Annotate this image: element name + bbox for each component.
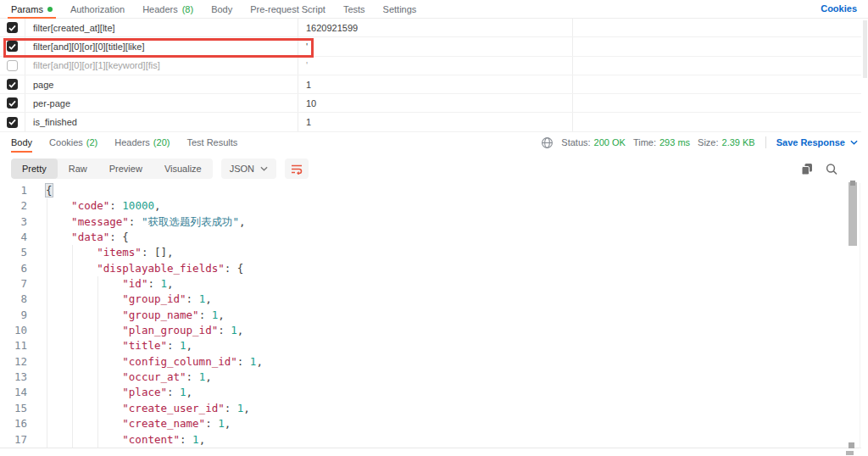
code-line: 6 "displayable_fields": { xyxy=(0,261,861,276)
code-line: 12 "config_column_id": 1, xyxy=(0,354,861,370)
code-text: "group_id": 1, xyxy=(39,292,212,307)
code-text: "group_name": 1, xyxy=(39,308,225,323)
param-row[interactable]: filter[and][0][or][1][keyword][fis] ' xyxy=(0,57,861,75)
param-value[interactable]: ' xyxy=(298,37,573,55)
view-preview-button[interactable]: Preview xyxy=(98,158,153,179)
param-value[interactable]: 10 xyxy=(298,94,573,112)
param-description[interactable] xyxy=(573,37,861,55)
code-line: 13 "occur_at": 1, xyxy=(0,370,861,385)
param-description[interactable] xyxy=(573,57,861,75)
params-table: filter[created_at][lte] 1620921599 filte… xyxy=(0,19,861,132)
wrap-text-button[interactable] xyxy=(285,158,309,179)
response-tab-headers[interactable]: Headers (20) xyxy=(114,133,170,152)
tab-authorization[interactable]: Authorization xyxy=(70,0,125,19)
param-description[interactable] xyxy=(573,75,861,93)
code-line: 4 "data": { xyxy=(0,230,861,245)
param-row[interactable]: filter[and][0][or][0][title][like] ' xyxy=(0,37,861,56)
param-checkbox[interactable] xyxy=(7,22,18,33)
response-tab-test-results[interactable]: Test Results xyxy=(186,133,237,152)
status-value: 200 OK xyxy=(594,137,626,147)
view-raw-button[interactable]: Raw xyxy=(58,158,98,179)
scrollbar-cap xyxy=(850,181,855,186)
response-header: Body Cookies (2) Headers (20) Test Resul… xyxy=(0,133,868,153)
checkmark-icon xyxy=(8,25,16,31)
code-line: 14 "place": 1, xyxy=(0,385,861,400)
cookies-link[interactable]: Cookies xyxy=(821,3,857,14)
tab-settings[interactable]: Settings xyxy=(383,0,417,19)
response-tab-cookies[interactable]: Cookies (2) xyxy=(49,133,97,152)
page-scrollbar xyxy=(863,20,867,78)
line-number: 7 xyxy=(0,276,39,292)
param-key[interactable]: filter[and][0][or][0][title][like] xyxy=(25,37,298,55)
code-text: "message": "获取选题列表成功", xyxy=(39,214,246,230)
code-text: "id": 1, xyxy=(39,276,174,292)
param-description[interactable] xyxy=(573,94,861,112)
response-action-icons xyxy=(801,163,837,175)
size-badge: Size: 2.39 KB xyxy=(698,137,755,147)
time-value: 293 ms xyxy=(659,137,690,147)
response-tab-bar: Body Cookies (2) Headers (20) Test Resul… xyxy=(11,133,237,153)
response-tab-count-badge: (20) xyxy=(153,137,170,147)
param-checkbox[interactable] xyxy=(7,97,18,108)
response-tab-count-badge: (2) xyxy=(86,137,97,147)
code-text: "create_name": 1, xyxy=(39,416,231,431)
param-description[interactable] xyxy=(573,19,861,36)
tab-count-badge: (8) xyxy=(182,4,193,14)
param-value[interactable]: 1 xyxy=(298,113,573,131)
tab-tests[interactable]: Tests xyxy=(343,0,365,19)
param-key[interactable]: page xyxy=(25,75,298,93)
search-icon[interactable] xyxy=(826,163,837,175)
param-row[interactable]: filter[created_at][lte] 1620921599 xyxy=(0,19,861,37)
checkmark-icon xyxy=(8,43,16,50)
tab-pre-request-script[interactable]: Pre-request Script xyxy=(250,0,326,19)
param-value[interactable]: 1620921599 xyxy=(298,19,573,36)
param-row[interactable]: page 1 xyxy=(0,75,861,94)
divider xyxy=(765,136,766,148)
save-response-button[interactable]: Save Response xyxy=(776,137,858,147)
param-checkbox-cell xyxy=(0,19,25,36)
param-value[interactable]: ' xyxy=(298,57,573,75)
tab-label: Headers xyxy=(142,4,178,14)
line-number: 14 xyxy=(0,385,39,400)
param-row[interactable]: per-page 10 xyxy=(0,94,861,113)
copy-icon[interactable] xyxy=(801,163,813,175)
param-checkbox[interactable] xyxy=(7,41,18,52)
save-response-label: Save Response xyxy=(776,137,845,147)
view-pretty-button[interactable]: Pretty xyxy=(11,158,58,179)
param-key[interactable]: is_finished xyxy=(25,113,298,131)
param-checkbox-cell xyxy=(0,57,25,75)
param-row[interactable]: is_finished 1 xyxy=(0,113,861,131)
view-mode-switch: PrettyRawPreviewVisualize xyxy=(11,158,213,179)
param-checkbox-cell xyxy=(0,75,25,93)
line-number: 2 xyxy=(0,198,39,214)
tab-params[interactable]: Params xyxy=(11,0,53,19)
tab-label: Body xyxy=(211,4,232,14)
horizontal-scrollbar-thumb[interactable] xyxy=(846,451,854,455)
param-checkbox-cell xyxy=(0,37,25,55)
vertical-scrollbar-thumb[interactable] xyxy=(849,182,857,246)
param-checkbox[interactable] xyxy=(7,79,18,90)
postman-request-response-view: Params Authorization Headers (8) Body Pr… xyxy=(0,0,868,456)
param-key[interactable]: filter[created_at][lte] xyxy=(25,19,298,36)
param-description[interactable] xyxy=(573,113,861,131)
param-checkbox[interactable] xyxy=(7,60,18,71)
response-meta: Status: 200 OK Time: 293 ms Size: 2.39 K… xyxy=(541,133,858,152)
language-dropdown-value: JSON xyxy=(230,164,254,174)
status-label: Status: xyxy=(561,137,590,147)
code-text: "occur_at": 1, xyxy=(39,370,212,385)
param-key[interactable]: per-page xyxy=(25,94,298,112)
param-checkbox[interactable] xyxy=(7,117,18,128)
code-line: 2 "code": 10000, xyxy=(0,198,861,214)
tab-label: Authorization xyxy=(70,4,125,14)
response-tab-label: Headers xyxy=(114,137,150,147)
line-number: 12 xyxy=(0,354,39,370)
language-dropdown[interactable]: JSON xyxy=(221,158,276,179)
tab-headers[interactable]: Headers (8) xyxy=(142,0,193,19)
param-key[interactable]: filter[and][0][or][1][keyword][fis] xyxy=(25,57,298,75)
code-text: "data": { xyxy=(39,230,129,245)
response-tab-body[interactable]: Body xyxy=(11,133,32,152)
line-number: 16 xyxy=(0,416,39,431)
tab-body[interactable]: Body xyxy=(211,0,232,19)
param-value[interactable]: 1 xyxy=(298,75,573,93)
view-visualize-button[interactable]: Visualize xyxy=(153,158,213,179)
